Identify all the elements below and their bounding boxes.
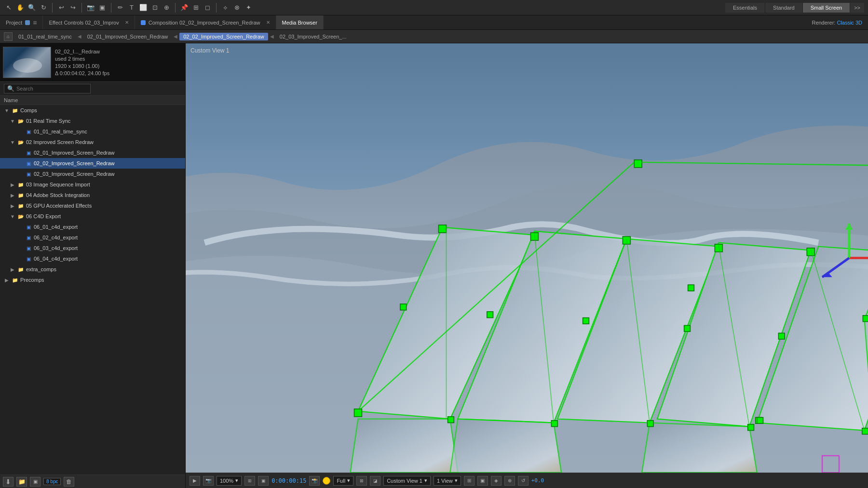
toggle-btn-4[interactable]: ⊕ — [504, 476, 515, 486]
import-btn[interactable]: ⬇ — [3, 477, 14, 487]
toolbar-sep-1 — [52, 3, 53, 13]
new-folder-btn[interactable]: 📁 — [16, 477, 27, 487]
tab-project[interactable]: Project ≡ — [0, 15, 43, 29]
workspace-expand[interactable]: >> — [850, 3, 864, 13]
isr-label: 02 Improved Screen Redraw — [26, 139, 94, 145]
viewer-area: Custom View 1 — [186, 43, 868, 473]
zoom-dropdown[interactable]: 100% ▾ — [217, 476, 242, 486]
pixel-btn[interactable]: ◪ — [370, 476, 380, 486]
stock-arrow: ▶ — [10, 193, 15, 198]
tree-item-c4d-03[interactable]: ▣ 06_03_c4d_export — [0, 243, 185, 253]
viewer-snapshot-btn[interactable]: 📷 — [203, 476, 214, 486]
c4d03-label: 06_03_c4d_export — [34, 245, 78, 251]
thumb-duration: Δ 0:00:04:02, 24.00 fps — [55, 70, 109, 76]
undo-icon[interactable]: ↩ — [56, 3, 66, 13]
img-arrow: ▶ — [10, 182, 15, 187]
color-btn[interactable] — [323, 477, 330, 485]
tree-item-01rts[interactable]: ▼ 📂 01 Real Time Sync — [0, 116, 185, 126]
cursor-tool-icon[interactable]: ↖ — [4, 3, 14, 13]
comp-0202-icon: ▣ — [25, 160, 32, 167]
comp-nav-item-3[interactable]: 02_02_Improved_Screen_Redraw — [179, 33, 268, 40]
reset-btn[interactable]: ↺ — [518, 476, 529, 486]
svg-rect-12 — [354, 409, 362, 417]
motion-tool-icon[interactable]: ⟡ — [220, 3, 230, 13]
fit-btn[interactable]: ⊞ — [244, 476, 255, 486]
effect-tab-close-icon[interactable]: ✕ — [125, 20, 129, 25]
tree-item-0202[interactable]: ▣ 02_02_Improved_Screen_Redraw — [0, 158, 185, 169]
toggle-btn-2[interactable]: ▣ — [477, 476, 488, 486]
renderer-value[interactable]: Classic 3D — [837, 20, 862, 26]
svg-marker-8 — [450, 419, 561, 473]
project-menu-icon[interactable]: ≡ — [33, 19, 37, 26]
snapshot-btn2[interactable]: 📸 — [309, 476, 320, 486]
tab-effect-controls[interactable]: Effect Controls 02_03_Improv ✕ — [43, 15, 135, 29]
pin-tool-icon[interactable]: 📌 — [179, 3, 189, 13]
camera-tool-icon[interactable]: 📷 — [86, 3, 95, 13]
tree-item-c4d-02[interactable]: ▣ 06_02_c4d_export — [0, 232, 185, 243]
comp-nav-item-1[interactable]: 01_01_real_time_sync — [14, 33, 76, 40]
quality-dropdown[interactable]: Full ▾ — [333, 476, 353, 486]
comp-nav-home-btn[interactable]: ⌂ — [4, 32, 13, 41]
pen-tool-icon[interactable]: ✏ — [115, 3, 125, 13]
isr-arrow: ▼ — [10, 140, 15, 145]
zoom-tool-icon[interactable]: 🔍 — [27, 3, 37, 13]
shape-tool-icon[interactable]: ⬜ — [138, 3, 148, 13]
delete-btn[interactable]: 🗑 — [64, 477, 74, 487]
text-tool-icon[interactable]: T — [127, 3, 136, 13]
scene-canvas — [186, 43, 868, 473]
workspace-essentials[interactable]: Essentials — [725, 3, 765, 13]
comp-tab-close-icon[interactable]: ✕ — [266, 20, 270, 25]
toggle-btn-3[interactable]: ◈ — [491, 476, 502, 486]
extra-arrow: ▶ — [10, 267, 15, 272]
view-dropdown[interactable]: Custom View 1 ▾ — [383, 476, 431, 486]
tree-item-0203[interactable]: ▣ 02_03_Improved_Screen_Redraw — [0, 169, 185, 179]
tree-item-c4d-01[interactable]: ▣ 06_01_c4d_export — [0, 222, 185, 232]
tree-item-05gpu[interactable]: ▶ 📁 05 GPU Accelerated Effects — [0, 200, 185, 211]
tree-item-0101[interactable]: ▣ 01_01_real_time_sync — [0, 126, 185, 137]
viewer-render-btn[interactable]: ▶ — [190, 476, 200, 486]
svg-rect-35 — [757, 417, 763, 423]
tree-item-0201[interactable]: ▣ 02_01_Improved_Screen_Redraw — [0, 147, 185, 158]
comps-arrow: ▼ — [4, 108, 10, 113]
redo-icon[interactable]: ↪ — [68, 3, 78, 13]
gpu-arrow: ▶ — [10, 203, 15, 209]
tree-item-03img[interactable]: ▶ 📁 03 Image Sequence Import — [0, 179, 185, 190]
alpha-btn[interactable]: ⊠ — [356, 476, 367, 486]
roto-tool-icon[interactable]: ⊡ — [150, 3, 160, 13]
tab-media-browser[interactable]: Media Browser — [276, 15, 324, 29]
toggle-btn-1[interactable]: ⊞ — [464, 476, 475, 486]
express-tool-icon[interactable]: ✦ — [244, 3, 253, 13]
tree-item-02isr[interactable]: ▼ 📂 02 Improved Screen Redraw — [0, 137, 185, 147]
composition-tool-icon[interactable]: ▣ — [97, 3, 107, 13]
comp-0201-arrow — [17, 150, 23, 156]
thumb-used: used 2 times — [55, 56, 109, 62]
rotate-tool-icon[interactable]: ↻ — [39, 3, 48, 13]
scene-svg — [186, 43, 868, 473]
comp-nav-item-4[interactable]: 02_03_Improved_Screen_... — [276, 33, 351, 40]
region-btn[interactable]: ▣ — [258, 476, 269, 486]
workspace-standard[interactable]: Standard — [765, 3, 803, 13]
c4d01-label: 06_01_c4d_export — [34, 224, 78, 230]
workspace-smallscreen[interactable]: Small Screen — [803, 3, 850, 13]
viewer-controls: ▶ 📷 100% ▾ ⊞ ▣ 0:00:00:15 📸 Full ▾ ⊠ ◪ C… — [186, 473, 868, 488]
tree-item-comps[interactable]: ▼ 📁 Comps — [0, 105, 185, 116]
comp-nav-label-4: 02_03_Improved_Screen_... — [280, 34, 347, 40]
tab-composition[interactable]: Composition 02_02_Improved_Screen_Redraw… — [135, 15, 276, 29]
tree-item-extra[interactable]: ▶ 📁 extra_comps — [0, 264, 185, 275]
comp-nav-item-2[interactable]: 02_01_Improved_Screen_Redraw — [83, 33, 172, 40]
puppet-tool-icon[interactable]: ⊕ — [162, 3, 171, 13]
new-comp-btn[interactable]: ▣ — [30, 477, 41, 487]
view-count-dropdown[interactable]: 1 View ▾ — [434, 476, 461, 486]
anchor-tool-icon[interactable]: ⊗ — [232, 3, 242, 13]
tree-item-04stock[interactable]: ▶ 📁 04 Adobe Stock Integration — [0, 190, 185, 200]
eraser-tool-icon[interactable]: ◻ — [203, 3, 212, 13]
tree-item-c4d-04[interactable]: ▣ 06_04_c4d_export — [0, 253, 185, 264]
renderer-info: Renderer: Classic 3D — [812, 20, 868, 26]
search-input[interactable] — [16, 86, 87, 92]
name-col-label: Name — [4, 97, 18, 103]
tree-item-precomps[interactable]: ▶ 📁 Precomps — [0, 275, 185, 285]
clone-tool-icon[interactable]: ⊞ — [191, 3, 201, 13]
tree-item-06c4d[interactable]: ▼ 📂 06 C4D Export — [0, 211, 185, 222]
hand-tool-icon[interactable]: ✋ — [15, 3, 25, 13]
comp-nav-label-2: 02_01_Improved_Screen_Redraw — [87, 34, 168, 40]
